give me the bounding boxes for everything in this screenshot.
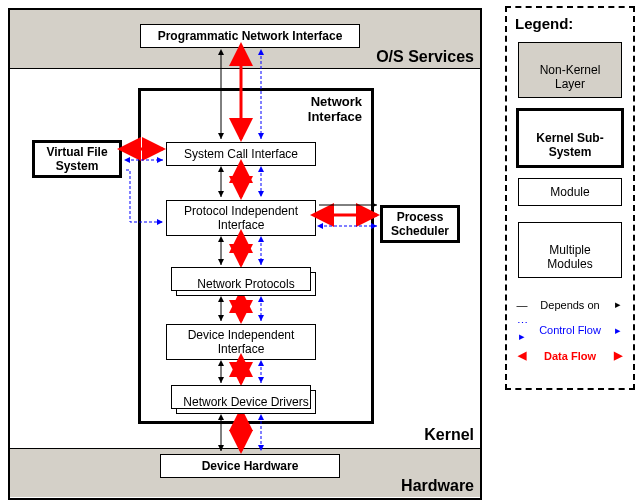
diagram-frame: O/S Services Kernel Hardware Programmati… bbox=[8, 8, 482, 500]
legend-module-label: Module bbox=[550, 185, 589, 199]
legend-module-box: Module bbox=[518, 178, 622, 206]
legend-control-flow-row: ⋯▸ Control Flow ▸ bbox=[515, 317, 625, 343]
legend-mult-modules-label: Multiple Modules bbox=[547, 243, 592, 271]
box-process-scheduler: Process Scheduler bbox=[380, 205, 460, 243]
ps-text: Process Scheduler bbox=[391, 210, 449, 238]
legend-line-types: — Depends on ▸ ⋯▸ Control Flow ▸ ◀ Data … bbox=[507, 298, 633, 362]
ndd-text: Network Device Drivers bbox=[183, 395, 308, 409]
box-programmatic-network-interface: Programmatic Network Interface bbox=[140, 24, 360, 48]
legend-data-flow-row: ◀ Data Flow ▶ bbox=[515, 349, 625, 362]
legend-title: Legend: bbox=[515, 15, 633, 32]
legend-multiple-modules-box: Multiple Modules bbox=[518, 222, 622, 278]
ni-text: Network Interface bbox=[306, 94, 362, 124]
legend-depends-on-row: — Depends on ▸ bbox=[515, 298, 625, 311]
os-services-label: O/S Services bbox=[376, 48, 474, 66]
pni-text: Programmatic Network Interface bbox=[158, 29, 343, 43]
network-interface-container bbox=[138, 88, 374, 424]
vfs-text: Virtual File System bbox=[46, 145, 107, 173]
legend-kernel-sub-box: Kernel Sub- System bbox=[516, 108, 624, 168]
legend-depends-on-label: Depends on bbox=[540, 299, 599, 311]
pii-text: Protocol Independent Interface bbox=[184, 204, 298, 232]
np-text: Network Protocols bbox=[197, 277, 294, 291]
legend-control-flow-label: Control Flow bbox=[539, 324, 601, 336]
legend-nonkernel-label: Non-Kernel Layer bbox=[540, 63, 601, 91]
legend-panel: Legend: Non-Kernel Layer Kernel Sub- Sys… bbox=[505, 6, 635, 390]
legend-kernel-sub-label: Kernel Sub- System bbox=[536, 131, 603, 159]
box-system-call-interface: System Call Interface bbox=[166, 142, 316, 166]
box-network-protocols: Network Protocols bbox=[176, 272, 316, 296]
legend-data-flow-label: Data Flow bbox=[544, 350, 596, 362]
hardware-label: Hardware bbox=[401, 477, 474, 495]
box-device-independent-interface: Device Independent Interface bbox=[166, 324, 316, 360]
sci-text: System Call Interface bbox=[184, 147, 298, 161]
kernel-label: Kernel bbox=[424, 426, 474, 444]
box-device-hardware: Device Hardware bbox=[160, 454, 340, 478]
dh-text: Device Hardware bbox=[202, 459, 299, 473]
box-protocol-independent-interface: Protocol Independent Interface bbox=[166, 200, 316, 236]
box-virtual-file-system: Virtual File System bbox=[32, 140, 122, 178]
dii-text: Device Independent Interface bbox=[188, 328, 295, 356]
box-network-device-drivers: Network Device Drivers bbox=[176, 390, 316, 414]
legend-nonkernel-box: Non-Kernel Layer bbox=[518, 42, 622, 98]
